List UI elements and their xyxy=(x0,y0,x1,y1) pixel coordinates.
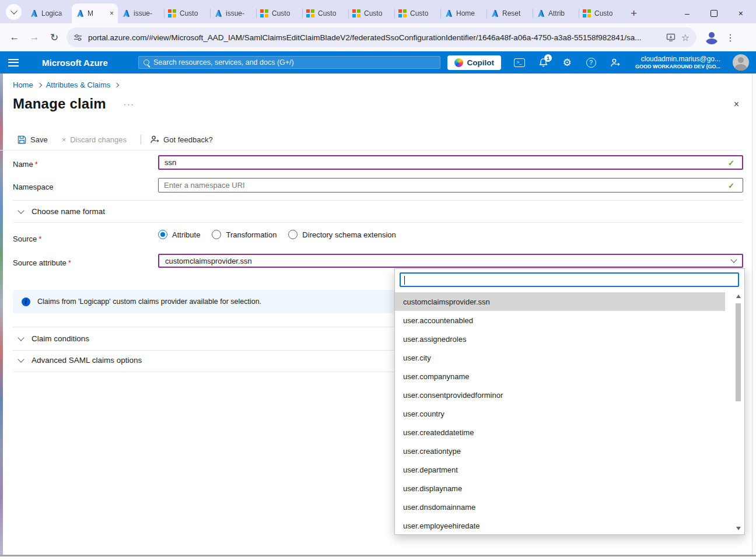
dropdown-option[interactable]: user.city xyxy=(395,348,744,367)
settings-gear-icon[interactable]: ⚙ xyxy=(561,57,573,68)
dropdown-option[interactable]: user.country xyxy=(395,404,744,423)
dropdown-option[interactable]: user.accountenabled xyxy=(395,311,744,330)
help-icon[interactable]: ? xyxy=(585,57,597,68)
advanced-saml-options-section[interactable]: Advanced SAML claims options xyxy=(19,356,142,365)
browser-tab[interactable]: Custo xyxy=(579,4,625,23)
valid-checkmark-icon: ✓ xyxy=(728,181,734,190)
dropdown-option[interactable]: user.companyname xyxy=(395,367,744,386)
global-search-input[interactable]: Search resources, services, and docs (G+… xyxy=(138,56,440,69)
tab-close-icon[interactable]: × xyxy=(110,10,114,17)
search-placeholder: Search resources, services, and docs (G+… xyxy=(153,58,294,66)
dropdown-option[interactable]: user.dnsdomainname xyxy=(395,498,744,516)
got-feedback-button[interactable]: Got feedback? xyxy=(150,135,213,144)
save-button[interactable]: Save xyxy=(18,135,48,144)
scrollbar-thumb[interactable] xyxy=(736,303,741,401)
window-close-button[interactable]: × xyxy=(738,9,743,18)
site-settings-icon[interactable] xyxy=(74,33,82,42)
breadcrumb-home-link[interactable]: Home xyxy=(13,80,33,89)
forward-button[interactable]: → xyxy=(24,32,44,43)
browser-tab-active[interactable]: M × xyxy=(72,4,118,23)
discard-changes-button[interactable]: × Discard changes xyxy=(62,135,127,144)
azure-brand[interactable]: Microsoft Azure xyxy=(42,58,108,68)
browser-tab[interactable]: Custo xyxy=(348,4,394,23)
browser-tab[interactable]: Logica xyxy=(26,4,72,23)
tab-title: Custo xyxy=(594,9,621,18)
source-attribute-dropdown: customclaimsprovider.ssn user.accountena… xyxy=(394,268,745,535)
dropdown-option[interactable]: user.employeehiredate xyxy=(395,516,744,535)
browser-tab[interactable]: issue- xyxy=(210,4,256,23)
microsoft-icon xyxy=(583,9,591,18)
window-minimize-button[interactable]: – xyxy=(685,9,690,18)
breadcrumb-attributes-claims-link[interactable]: Attributes & Claims xyxy=(46,80,111,89)
browser-menu-icon[interactable]: ⋮ xyxy=(726,32,735,43)
tab-title: Home xyxy=(456,9,482,18)
browser-tab[interactable]: Custo xyxy=(302,4,348,23)
divider xyxy=(0,150,743,150)
blade-context-menu-icon[interactable]: ··· xyxy=(124,100,135,108)
user-avatar[interactable] xyxy=(733,54,749,71)
chevron-down-icon xyxy=(730,256,737,262)
dropdown-option[interactable]: user.creationtype xyxy=(395,442,744,460)
azure-icon xyxy=(444,9,453,18)
dropdown-filter-input[interactable] xyxy=(400,272,739,287)
azure-icon xyxy=(122,9,130,18)
dropdown-option[interactable]: user.displayname xyxy=(395,479,744,498)
choose-name-format-section[interactable]: Choose name format xyxy=(19,207,105,216)
refresh-button[interactable]: ↻ xyxy=(44,32,64,44)
copilot-icon xyxy=(454,58,463,67)
microsoft-icon xyxy=(352,9,360,18)
namespace-input[interactable] xyxy=(158,178,743,192)
info-icon: i xyxy=(22,298,30,306)
radio-transformation[interactable]: Transformation xyxy=(212,230,276,239)
source-radio-group: Attribute Transformation Directory schem… xyxy=(158,230,396,239)
bookmark-star-icon[interactable]: ☆ xyxy=(681,32,690,43)
dropdown-option[interactable]: user.createddatetime xyxy=(395,423,744,442)
user-email: cloudadmin.marius@go... xyxy=(635,55,720,64)
address-bar[interactable]: portal.azure.com/#view/Microsoft_AAD_IAM… xyxy=(66,27,696,47)
hamburger-menu-icon[interactable] xyxy=(8,59,19,66)
dropdown-option[interactable]: user.assignedroles xyxy=(395,330,744,348)
browser-tab[interactable]: issue- xyxy=(118,4,164,23)
source-attribute-label: Source attribute* xyxy=(13,258,71,267)
browser-tab[interactable]: Custo xyxy=(256,4,302,23)
dropdown-option[interactable]: user.department xyxy=(395,460,744,479)
name-input[interactable] xyxy=(158,155,743,170)
browser-tab[interactable]: Reset xyxy=(487,4,533,23)
scroll-up-icon[interactable] xyxy=(736,295,741,298)
dropdown-option[interactable]: user.consentprovidedforminor xyxy=(395,386,744,404)
scroll-down-icon[interactable] xyxy=(736,527,741,530)
feedback-icon[interactable] xyxy=(609,57,621,68)
browser-tab[interactable]: Custo xyxy=(394,4,440,23)
radio-attribute[interactable]: Attribute xyxy=(158,230,200,239)
window-maximize-button[interactable] xyxy=(710,10,718,17)
cloud-shell-icon[interactable]: >_ xyxy=(513,57,525,68)
blade-close-icon[interactable]: × xyxy=(734,100,739,109)
discard-x-icon: × xyxy=(62,135,66,144)
url-text[interactable]: portal.azure.com/#view/Microsoft_AAD_IAM… xyxy=(88,33,660,42)
dropdown-scrollbar[interactable] xyxy=(734,293,743,531)
install-app-icon[interactable] xyxy=(666,33,676,42)
valid-checkmark-icon: ✓ xyxy=(728,159,734,167)
toolbar-divider xyxy=(141,135,141,144)
chevron-right-icon xyxy=(114,82,119,87)
browser-tab[interactable]: Custo xyxy=(164,4,210,23)
divider xyxy=(13,200,743,201)
tab-title: issue- xyxy=(134,9,160,18)
chevron-down-icon xyxy=(18,207,24,214)
notifications-bell-icon[interactable]: 1 xyxy=(537,57,549,68)
browser-tab[interactable]: Home xyxy=(440,4,487,23)
tab-search-button[interactable] xyxy=(6,4,22,20)
account-info[interactable]: cloudadmin.marius@go... GOOD WORKAROUND … xyxy=(635,55,720,70)
new-tab-button[interactable]: + xyxy=(631,8,637,19)
chevron-down-icon xyxy=(10,8,17,14)
browser-profile-avatar[interactable] xyxy=(705,30,719,44)
dropdown-option-selected[interactable]: customclaimsprovider.ssn xyxy=(395,292,725,311)
claim-conditions-section[interactable]: Claim conditions xyxy=(19,334,89,343)
microsoft-icon xyxy=(306,9,314,18)
copilot-button[interactable]: Copilot xyxy=(447,55,502,70)
radio-directory-schema-extension[interactable]: Directory schema extension xyxy=(288,230,396,239)
browser-tab[interactable]: Attrib xyxy=(533,4,579,23)
back-button[interactable]: ← xyxy=(5,32,24,43)
tab-title: Logica xyxy=(41,9,68,18)
source-attribute-combobox[interactable]: customclaimsprovider.ssn xyxy=(158,254,743,268)
